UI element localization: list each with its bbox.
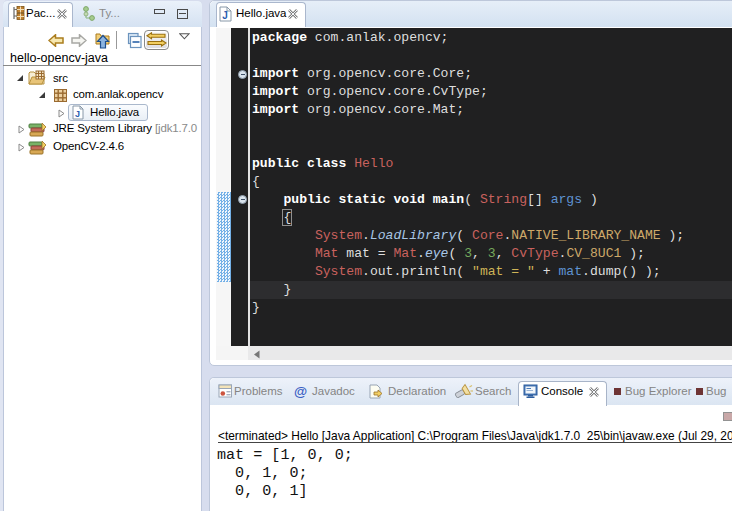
svg-text:J: J [222, 10, 228, 21]
svg-text:J: J [75, 109, 80, 119]
